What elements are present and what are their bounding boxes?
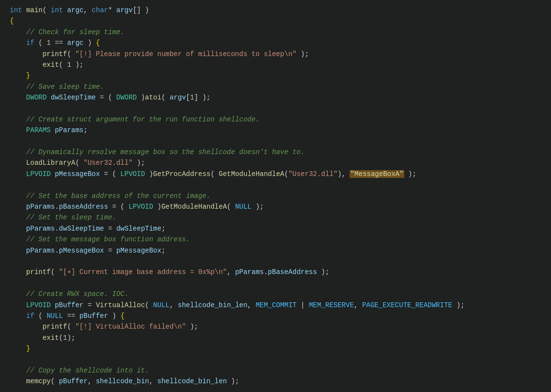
code-line: // Copy the shellcode into it. xyxy=(10,365,541,376)
code-line xyxy=(10,354,541,365)
code-line: pParams.pMessageBox = pMessageBox; xyxy=(10,245,541,256)
code-line xyxy=(10,179,541,190)
code-line: int main( int argc, char* argv[] ) xyxy=(10,5,541,16)
code-line: if ( 1 == argc ) { xyxy=(10,38,541,48)
code-line: LPVOID pBuffer = VirtualAlloc( NULL, she… xyxy=(10,300,541,311)
code-line: // Dynamically resolve message box so th… xyxy=(10,147,541,157)
code-line: // Set the base address of the current i… xyxy=(10,191,541,201)
code-line: // Create struct argument for the run fu… xyxy=(10,114,541,125)
code-line: printf( "[!] Please provide number of mi… xyxy=(10,49,541,59)
code-line xyxy=(10,103,541,114)
code-line: exit(1); xyxy=(10,333,541,343)
code-line: LoadLibraryA( "User32.dll" ); xyxy=(10,157,541,168)
code-line: exit( 1 ); xyxy=(10,59,541,70)
code-editor: int main( int argc, char* argv[] ){ // C… xyxy=(10,5,541,387)
code-line: pParams.pBaseAddress = ( LPVOID )GetModu… xyxy=(10,201,541,212)
code-line: } xyxy=(10,343,541,354)
code-line: // Save sleep time. xyxy=(10,81,541,92)
code-line: LPVOID pMessageBox = ( LPVOID )GetProcAd… xyxy=(10,169,541,179)
code-line: // Create RWX space. IOC. xyxy=(10,289,541,299)
code-line: if ( NULL == pBuffer ) { xyxy=(10,311,541,321)
code-line: // Set the message box function address. xyxy=(10,234,541,245)
code-line xyxy=(10,278,541,289)
code-line: } xyxy=(10,70,541,81)
code-line: // Set the sleep time. xyxy=(10,212,541,223)
code-line: printf( "[!] VirtualAlloc failed\n" ); xyxy=(10,321,541,332)
code-line: { xyxy=(10,16,541,26)
code-line: // Check for sleep time. xyxy=(10,27,541,38)
code-line: PARAMS pParams; xyxy=(10,125,541,136)
code-line: DWORD dwSleepTime = ( DWORD )atoi( argv[… xyxy=(10,92,541,103)
code-line: pParams.dwSleepTime = dwSleepTime; xyxy=(10,223,541,234)
code-line: memcpy( pBuffer, shellcode_bin, shellcod… xyxy=(10,376,541,387)
code-line xyxy=(10,136,541,147)
code-line xyxy=(10,256,541,267)
code-line: printf( "[+] Current image base address … xyxy=(10,267,541,277)
